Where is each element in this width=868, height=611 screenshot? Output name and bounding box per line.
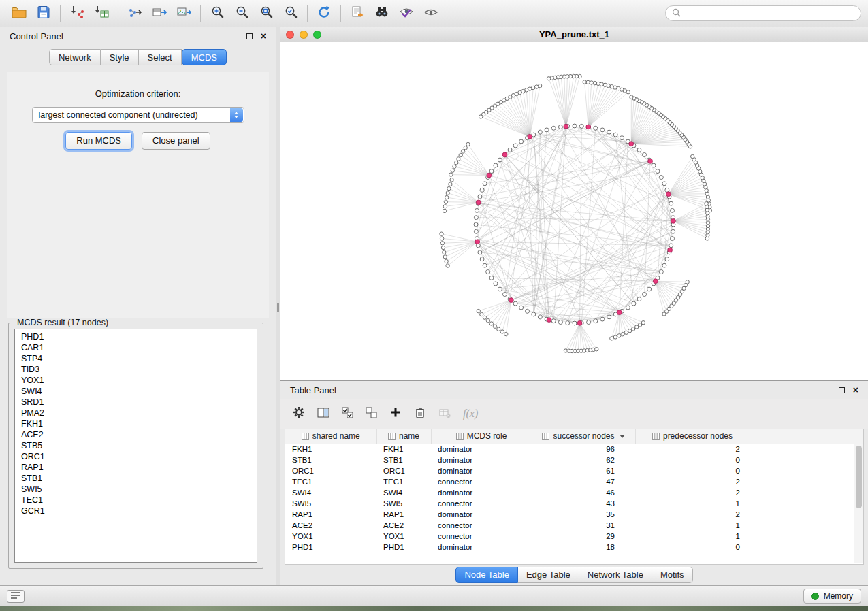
- cell-name[interactable]: ACE2: [376, 520, 431, 531]
- cell-predecessor_nodes[interactable]: 2: [635, 444, 750, 455]
- network-canvas[interactable]: [280, 42, 868, 380]
- tab-select[interactable]: Select: [139, 49, 182, 65]
- run-mcds-button[interactable]: Run MCDS: [65, 132, 132, 150]
- export-image-button[interactable]: [172, 3, 196, 24]
- cell-predecessor_nodes[interactable]: 1: [635, 498, 750, 509]
- result-item[interactable]: RAP1: [21, 462, 251, 473]
- cell-shared_name[interactable]: YOX1: [285, 531, 376, 542]
- cell-shared_name[interactable]: PHD1: [285, 542, 376, 552]
- cell-name[interactable]: SWI5: [376, 498, 431, 509]
- graphics-details-button[interactable]: [394, 3, 419, 24]
- cell-name[interactable]: RAP1: [376, 509, 431, 520]
- table-row[interactable]: SWI5SWI5connector431: [285, 498, 863, 509]
- cell-shared_name[interactable]: ORC1: [285, 465, 376, 476]
- result-item[interactable]: STP4: [21, 353, 251, 364]
- result-item[interactable]: GCR1: [21, 506, 251, 516]
- cell-successor_nodes[interactable]: 29: [532, 531, 635, 542]
- table-row[interactable]: TEC1TEC1connector472: [285, 476, 863, 487]
- cell-shared_name[interactable]: RAP1: [285, 509, 376, 520]
- cell-predecessor_nodes[interactable]: 2: [635, 509, 750, 520]
- cell-mcds_role[interactable]: dominator: [431, 444, 532, 455]
- cell-mcds_role[interactable]: dominator: [431, 487, 532, 498]
- close-panel-icon[interactable]: ×: [261, 31, 266, 41]
- cell-predecessor_nodes[interactable]: 0: [635, 542, 750, 552]
- cell-predecessor_nodes[interactable]: 1: [635, 531, 750, 542]
- cell-shared_name[interactable]: ACE2: [285, 520, 376, 531]
- cell-name[interactable]: SWI4: [376, 487, 431, 498]
- panel-splitter[interactable]: [276, 27, 280, 585]
- cell-name[interactable]: ORC1: [376, 465, 431, 476]
- result-item[interactable]: SWI5: [21, 484, 251, 495]
- cell-shared_name[interactable]: STB1: [285, 455, 376, 465]
- result-item[interactable]: TEC1: [21, 495, 251, 506]
- tab-network[interactable]: Network: [49, 49, 101, 65]
- cell-predecessor_nodes[interactable]: 0: [635, 465, 750, 476]
- cell-predecessor_nodes[interactable]: 1: [635, 520, 750, 531]
- result-item[interactable]: YOX1: [21, 375, 251, 386]
- network-graph[interactable]: [280, 42, 868, 380]
- cell-successor_nodes[interactable]: 47: [532, 476, 635, 487]
- duplicate-network-button[interactable]: [345, 3, 370, 24]
- cell-name[interactable]: PHD1: [376, 542, 431, 552]
- result-item[interactable]: STB5: [21, 440, 251, 451]
- cell-mcds_role[interactable]: connector: [431, 498, 532, 509]
- cell-successor_nodes[interactable]: 43: [532, 498, 635, 509]
- column-header-predecessor-nodes[interactable]: predecessor nodes: [635, 429, 750, 444]
- result-item[interactable]: STB1: [21, 473, 251, 484]
- cell-successor_nodes[interactable]: 35: [532, 509, 635, 520]
- show-columns-button[interactable]: [317, 407, 329, 421]
- result-item[interactable]: PMA2: [21, 408, 251, 418]
- cell-name[interactable]: TEC1: [376, 476, 431, 487]
- add-row-button[interactable]: [389, 406, 402, 421]
- cell-name[interactable]: FKH1: [376, 444, 431, 455]
- cell-name[interactable]: YOX1: [376, 531, 431, 542]
- find-button[interactable]: [370, 3, 394, 24]
- table-scrollbar[interactable]: [854, 444, 863, 563]
- table-row[interactable]: RAP1RAP1dominator352: [285, 509, 863, 520]
- result-item[interactable]: PHD1: [21, 331, 251, 342]
- table-row[interactable]: ORC1ORC1dominator610: [285, 465, 863, 476]
- deselect-all-button[interactable]: [366, 407, 377, 421]
- open-session-button[interactable]: [7, 3, 31, 24]
- cell-successor_nodes[interactable]: 96: [532, 444, 635, 455]
- result-item[interactable]: CAR1: [21, 342, 251, 353]
- tab-mcds[interactable]: MCDS: [182, 49, 227, 65]
- result-item[interactable]: ORC1: [21, 451, 251, 462]
- float-table-panel-icon[interactable]: [839, 387, 845, 393]
- delete-row-button[interactable]: [414, 406, 426, 422]
- result-item[interactable]: FKH1: [21, 418, 251, 429]
- refresh-layout-button[interactable]: [312, 3, 336, 24]
- import-network-button[interactable]: [65, 3, 89, 24]
- table-row[interactable]: SWI4SWI4dominator462: [285, 487, 863, 498]
- result-item[interactable]: ACE2: [21, 429, 251, 440]
- cell-mcds_role[interactable]: dominator: [431, 455, 532, 465]
- tab-style[interactable]: Style: [101, 49, 139, 65]
- table-row[interactable]: STB1STB1dominator620: [285, 455, 863, 465]
- save-session-button[interactable]: [31, 3, 56, 24]
- select-all-button[interactable]: [342, 407, 353, 421]
- export-table-button[interactable]: [147, 3, 172, 24]
- search-input[interactable]: [684, 8, 854, 19]
- close-table-panel-icon[interactable]: ×: [853, 385, 858, 395]
- close-panel-button[interactable]: Close panel: [142, 132, 210, 150]
- column-header-MCDS-role[interactable]: MCDS role: [431, 429, 532, 444]
- cell-successor_nodes[interactable]: 31: [532, 520, 635, 531]
- show-hide-button[interactable]: [419, 3, 443, 24]
- table-row[interactable]: FKH1FKH1dominator962: [285, 444, 863, 455]
- cell-shared_name[interactable]: FKH1: [285, 444, 376, 455]
- column-header-name[interactable]: name: [376, 429, 431, 444]
- cell-mcds_role[interactable]: connector: [431, 520, 532, 531]
- search-field[interactable]: [665, 5, 861, 21]
- cell-predecessor_nodes[interactable]: 2: [635, 487, 750, 498]
- cell-mcds_role[interactable]: connector: [431, 476, 532, 487]
- cell-mcds_role[interactable]: dominator: [431, 509, 532, 520]
- cell-successor_nodes[interactable]: 46: [532, 487, 635, 498]
- table-row[interactable]: YOX1YOX1connector291: [285, 531, 863, 542]
- criterion-select[interactable]: largest connected component (undirected): [32, 107, 244, 123]
- cell-mcds_role[interactable]: connector: [431, 531, 532, 542]
- maximize-window-icon[interactable]: [313, 31, 321, 39]
- show-panel-button[interactable]: [7, 590, 25, 603]
- cell-predecessor_nodes[interactable]: 0: [635, 455, 750, 465]
- result-item[interactable]: SWI4: [21, 386, 251, 397]
- cell-mcds_role[interactable]: dominator: [431, 542, 532, 552]
